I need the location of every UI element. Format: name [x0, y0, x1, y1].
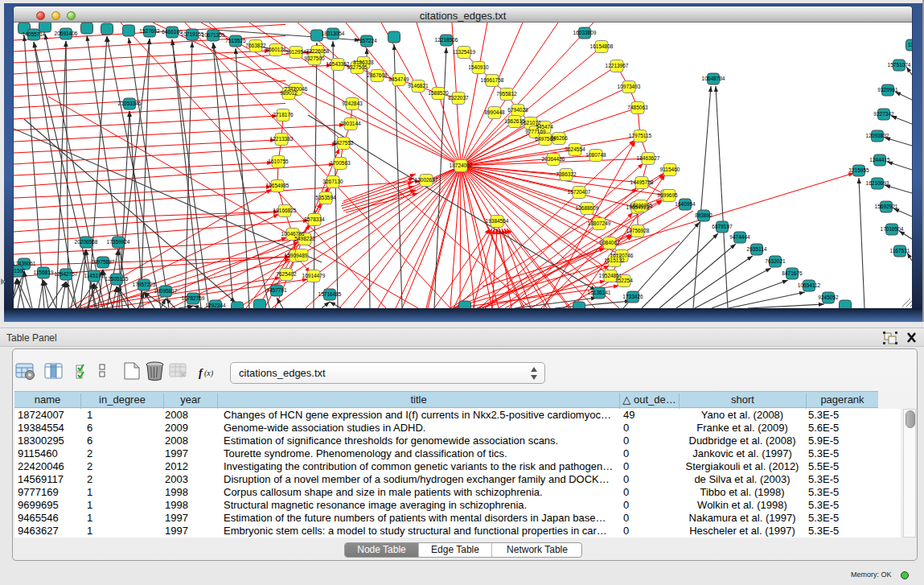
svg-text:1167531: 1167531	[890, 248, 910, 253]
svg-text:1145191: 1145191	[84, 273, 105, 278]
svg-text:1700563: 1700563	[330, 160, 351, 166]
svg-text:21053346: 21053346	[118, 101, 142, 106]
svg-text:9327505: 9327505	[347, 64, 368, 70]
svg-text:12218506: 12218506	[435, 37, 458, 43]
svg-text:12213967: 12213967	[606, 63, 629, 68]
svg-text:2935114: 2935114	[747, 246, 767, 252]
svg-text:15716485: 15716485	[318, 291, 342, 297]
svg-text:1733426: 1733426	[622, 294, 643, 299]
svg-text:10654112: 10654112	[798, 282, 821, 288]
svg-text:1588520: 1588520	[428, 90, 449, 96]
svg-text:19654985: 19654985	[266, 183, 290, 188]
svg-text:7386322: 7386322	[556, 171, 577, 177]
svg-text:3267130: 3267130	[322, 179, 343, 184]
svg-text:18300295: 18300295	[630, 203, 653, 208]
svg-text:989012: 989012	[280, 90, 298, 96]
svg-text:17975115: 17975115	[629, 133, 652, 138]
svg-text:16136141: 16136141	[588, 290, 611, 295]
svg-text:19384554: 19384554	[486, 218, 509, 224]
svg-text:(x): (x)	[204, 369, 214, 378]
svg-text:23226058: 23226058	[306, 48, 330, 54]
svg-text:7955812: 7955812	[496, 91, 517, 97]
svg-text:746266: 746266	[550, 135, 568, 141]
svg-text:9245052: 9245052	[818, 295, 839, 300]
svg-text:15909489: 15909489	[285, 253, 308, 258]
svg-text:10719155: 10719155	[181, 31, 204, 37]
svg-text:20206558: 20206558	[75, 239, 98, 245]
svg-text:6794028: 6794028	[507, 107, 528, 113]
svg-text:1527602: 1527602	[139, 28, 160, 34]
svg-text:1244415: 1244415	[869, 157, 890, 163]
svg-text:3624554: 3624554	[565, 146, 585, 152]
svg-text:6466160: 6466160	[162, 29, 183, 35]
svg-text:7485063: 7485063	[627, 105, 648, 110]
svg-text:7357224: 7357224	[356, 38, 377, 43]
svg-text:10973493: 10973493	[618, 84, 641, 89]
svg-text:111: 111	[908, 42, 912, 47]
svg-text:7632021: 7632021	[765, 258, 786, 264]
svg-text:8471676: 8471676	[782, 270, 803, 276]
svg-text:17439061: 17439061	[14, 261, 36, 266]
svg-text:7515525: 7515525	[225, 38, 246, 43]
svg-text:9242843: 9242843	[342, 101, 363, 106]
svg-text:11325419: 11325419	[453, 49, 476, 55]
svg-text:1292344: 1292344	[205, 303, 226, 308]
svg-text:9474444: 9474444	[729, 234, 750, 240]
svg-text:19756928: 19756928	[626, 228, 650, 233]
svg-text:391591: 391591	[14, 268, 26, 274]
svg-text:252254: 252254	[615, 278, 633, 283]
svg-text:12942757: 12942757	[55, 271, 78, 277]
svg-text:15692921: 15692921	[875, 204, 898, 209]
svg-text:10671355: 10671355	[202, 32, 225, 38]
svg-text:14495758: 14495758	[630, 179, 654, 185]
svg-text:16154808: 16154808	[590, 43, 614, 49]
svg-text:14055714: 14055714	[23, 31, 46, 37]
svg-text:20364436: 20364436	[542, 156, 565, 162]
svg-text:8990448: 8990448	[484, 109, 505, 115]
svg-text:16961758: 16961758	[481, 77, 504, 83]
svg-text:17957223: 17957223	[133, 282, 156, 287]
svg-text:16033809: 16033809	[573, 30, 597, 35]
svg-text:1615132: 1615132	[604, 257, 625, 263]
svg-text:2903144: 2903144	[340, 121, 361, 126]
svg-text:893892: 893892	[695, 212, 713, 218]
svg-text:1640954: 1640954	[675, 201, 696, 207]
svg-text:9227342: 9227342	[873, 111, 894, 117]
svg-text:16210693: 16210693	[866, 180, 889, 186]
svg-text:9329961: 9329961	[877, 87, 898, 93]
svg-text:18313054: 18313054	[322, 31, 345, 36]
svg-text:3215955: 3215955	[848, 167, 869, 173]
svg-text:8578334: 8578334	[304, 216, 325, 222]
svg-text:17016504: 17016504	[881, 226, 904, 232]
svg-text:12213383: 12213383	[270, 136, 294, 142]
svg-text:7625402: 7625402	[276, 271, 297, 277]
svg-text:9777169: 9777169	[525, 129, 546, 134]
svg-text:13002637: 13002637	[415, 177, 438, 183]
svg-text:19975887: 19975887	[92, 259, 115, 265]
svg-text:8660128: 8660128	[265, 47, 286, 52]
svg-text:16782759: 16782759	[182, 295, 205, 301]
svg-text:7663822: 7663822	[245, 43, 266, 48]
svg-text:12505135: 12505135	[105, 276, 129, 282]
svg-text:10688609: 10688609	[576, 205, 599, 211]
svg-text:9457791: 9457791	[266, 287, 287, 293]
svg-text:6879197: 6879197	[712, 224, 733, 229]
svg-text:545474: 545474	[536, 124, 553, 130]
svg-text:16914479: 16914479	[302, 273, 326, 278]
svg-text:18807249: 18807249	[588, 220, 611, 226]
svg-text:19166825: 19166825	[273, 208, 297, 213]
svg-text:1080748: 1080748	[585, 152, 606, 158]
svg-text:15720407: 15720407	[568, 189, 591, 195]
svg-text:18724007: 18724007	[450, 163, 473, 168]
svg-text:9146821: 9146821	[408, 83, 429, 89]
svg-text:8322037: 8322037	[448, 95, 469, 101]
svg-text:17359924: 17359924	[107, 239, 130, 245]
svg-text:8427552: 8427552	[333, 140, 354, 146]
svg-text:1362615: 1362615	[504, 118, 525, 124]
svg-text:5498222: 5498222	[294, 236, 315, 241]
svg-text:f: f	[199, 367, 203, 379]
svg-text:10095817: 10095817	[154, 288, 178, 294]
svg-text:1610755: 1610755	[268, 159, 289, 164]
svg-text:5353594: 5353594	[315, 195, 336, 200]
svg-text:9115460: 9115460	[660, 167, 680, 172]
